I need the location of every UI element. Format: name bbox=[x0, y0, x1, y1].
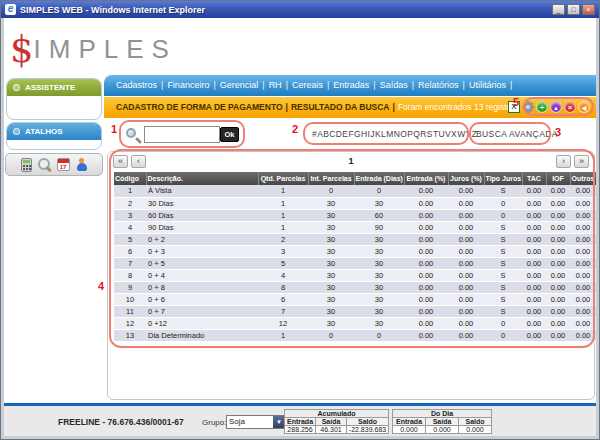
column-header[interactable]: Qtd. Parcelas bbox=[258, 172, 308, 185]
table-cell: 30 bbox=[308, 305, 354, 317]
user-icon[interactable] bbox=[76, 158, 88, 172]
do-dia-title: Do Dia bbox=[393, 410, 492, 418]
up-arrow-icon[interactable]: ▲ bbox=[550, 101, 562, 113]
do-dia-saida-value: 0.000 bbox=[426, 426, 459, 434]
calendar-icon[interactable]: 17 bbox=[57, 158, 70, 171]
table-cell: 30 bbox=[308, 209, 354, 221]
menu-item[interactable]: Relatórios bbox=[418, 80, 459, 90]
table-row[interactable]: 230 Dias130300.000.0000.000.000.00 bbox=[114, 197, 596, 209]
table-row[interactable]: 50 + 2230300.000.00S0.000.000.00 bbox=[114, 233, 596, 245]
app-logo: $IMPLES bbox=[10, 28, 177, 71]
column-header[interactable]: Entrada (Dias) bbox=[354, 172, 404, 185]
table-row[interactable]: 60 + 3330300.000.00S0.000.000.00 bbox=[114, 245, 596, 257]
menu-item[interactable]: Saídas bbox=[380, 80, 408, 90]
column-header[interactable]: Código bbox=[114, 172, 146, 185]
browser-window: e SIMPLES WEB - Windows Internet Explore… bbox=[0, 0, 600, 440]
column-header[interactable]: Entrada (%) bbox=[404, 172, 448, 185]
close-icon[interactable]: × bbox=[564, 101, 576, 113]
title-bar[interactable]: e SIMPLES WEB - Windows Internet Explore… bbox=[1, 1, 599, 18]
table-cell: 0.00 bbox=[570, 329, 596, 341]
table-row[interactable]: 13Dia Determinado1000.000.0000.000.000.0… bbox=[114, 329, 596, 341]
atalhos-label: ATALHOS bbox=[25, 127, 62, 136]
table-cell: 0 bbox=[484, 317, 522, 329]
table-cell: 30 bbox=[308, 233, 354, 245]
table-row[interactable]: 100 + 6630300.000.00S0.000.000.00 bbox=[114, 293, 596, 305]
search-input[interactable] bbox=[144, 126, 220, 143]
search-ok-button[interactable]: Ok bbox=[220, 127, 239, 142]
column-header[interactable]: TAC bbox=[522, 172, 546, 185]
column-header[interactable]: Int. Parcelas bbox=[308, 172, 354, 185]
table-cell: S bbox=[484, 221, 522, 233]
menu-separator: | bbox=[510, 80, 512, 90]
menu-separator: | bbox=[161, 80, 163, 90]
table-cell: 5 bbox=[258, 257, 308, 269]
table-cell: 2 bbox=[258, 233, 308, 245]
result-count-message: Foram encontrados 13 registros! bbox=[398, 102, 521, 112]
table-cell: S bbox=[484, 185, 522, 197]
table-cell: 2 bbox=[114, 197, 146, 209]
status-bar: FREELINE - 76.676.436/0001-67 Grupo: Soj… bbox=[4, 403, 596, 436]
table-row[interactable]: 490 Dias130900.000.00S0.000.000.00 bbox=[114, 221, 596, 233]
table-cell: 0 + 8 bbox=[146, 281, 258, 293]
column-header[interactable]: Outros bbox=[570, 172, 596, 185]
menu-item[interactable]: Cereais bbox=[292, 80, 323, 90]
annotation-number-2: 2 bbox=[292, 123, 298, 135]
table-row[interactable]: 120 +121230300.000.0000.000.000.00 bbox=[114, 317, 596, 329]
table-row[interactable]: 1À Vista1000.000.00S0.000.000.00 bbox=[114, 185, 596, 197]
table-cell: 0.00 bbox=[522, 305, 546, 317]
bullet-icon bbox=[13, 128, 20, 135]
table-row[interactable]: 110 + 7730300.000.00S0.000.000.00 bbox=[114, 305, 596, 317]
column-header[interactable]: Juros (%) bbox=[448, 172, 484, 185]
close-button[interactable]: × bbox=[582, 4, 595, 15]
table-cell: 0.00 bbox=[546, 233, 570, 245]
table-cell: 30 bbox=[308, 293, 354, 305]
table-cell: 0 +12 bbox=[146, 317, 258, 329]
menu-item[interactable]: Cadastros bbox=[116, 80, 157, 90]
results-table: CódigoDescrição.Qtd. ParcelasInt. Parcel… bbox=[114, 172, 596, 342]
table-cell: 30 bbox=[354, 269, 404, 281]
table-cell: 0.00 bbox=[570, 209, 596, 221]
advanced-search-link[interactable]: BUSCA AVANÇADA bbox=[476, 129, 558, 139]
table-cell: 0 + 4 bbox=[146, 269, 258, 281]
column-header[interactable]: Descrição. bbox=[146, 172, 258, 185]
assistente-button[interactable]: ASSISTENTE bbox=[7, 79, 101, 96]
result-bar: CADASTRO DE FORMA DE PAGAMENTO|RESULTADO… bbox=[104, 97, 596, 118]
column-header[interactable]: Tipo Juros bbox=[484, 172, 522, 185]
table-cell: 1 bbox=[258, 209, 308, 221]
table-cell: S bbox=[484, 269, 522, 281]
table-cell: 0 bbox=[484, 209, 522, 221]
group-select[interactable]: Soja ▼ bbox=[226, 415, 286, 429]
alphabet-filter-links[interactable]: #ABCDEFGHIJKLMNOPQRSTUVXWYZ bbox=[312, 129, 477, 139]
table-cell: 0.00 bbox=[522, 209, 546, 221]
table-row[interactable]: 90 + 8830300.000.00S0.000.000.00 bbox=[114, 281, 596, 293]
table-cell: 0.00 bbox=[522, 281, 546, 293]
last-page-button[interactable]: » bbox=[574, 155, 589, 168]
table-cell: 30 bbox=[354, 233, 404, 245]
table-cell: 90 Dias bbox=[146, 221, 258, 233]
next-page-button[interactable]: › bbox=[556, 155, 571, 168]
table-cell: 1 bbox=[258, 221, 308, 233]
atalhos-button[interactable]: ATALHOS bbox=[7, 123, 101, 140]
table-cell: 30 bbox=[354, 197, 404, 209]
menu-item[interactable]: Gerencial bbox=[220, 80, 259, 90]
menu-item[interactable]: Financeiro bbox=[167, 80, 209, 90]
table-cell: 6 bbox=[258, 293, 308, 305]
calculator-icon[interactable] bbox=[21, 158, 32, 172]
gear-icon[interactable] bbox=[522, 101, 534, 113]
table-row[interactable]: 70 + 5530300.000.00S0.000.000.00 bbox=[114, 257, 596, 269]
minimize-button[interactable]: _ bbox=[552, 4, 565, 15]
table-cell: 0.00 bbox=[404, 329, 448, 341]
back-icon[interactable]: ◀ bbox=[578, 101, 590, 113]
menu-item[interactable]: Utilitários bbox=[469, 80, 506, 90]
search-icon[interactable] bbox=[38, 158, 51, 171]
maximize-button[interactable]: □ bbox=[567, 4, 580, 15]
table-cell: 30 bbox=[308, 221, 354, 233]
menu-item[interactable]: Entradas bbox=[333, 80, 369, 90]
table-cell: 0 bbox=[484, 329, 522, 341]
table-row[interactable]: 80 + 4430300.000.00S0.000.000.00 bbox=[114, 269, 596, 281]
menu-item[interactable]: RH bbox=[269, 80, 282, 90]
table-row[interactable]: 360 Dias130600.000.0000.000.000.00 bbox=[114, 209, 596, 221]
column-header[interactable]: IOF bbox=[546, 172, 570, 185]
table-cell: 0.00 bbox=[404, 221, 448, 233]
add-icon[interactable]: + bbox=[536, 101, 548, 113]
